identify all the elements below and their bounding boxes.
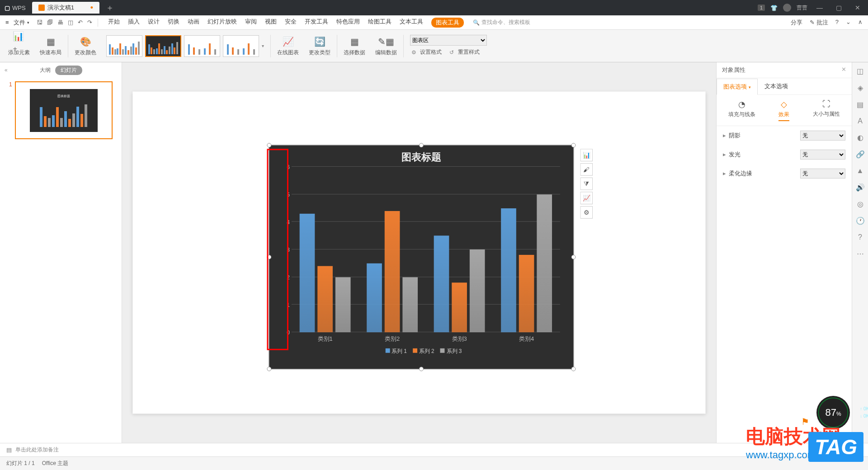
user-avatar[interactable]: [783, 4, 791, 12]
strip-audio-icon[interactable]: 🔊: [856, 183, 865, 192]
save-icon[interactable]: 🖫: [37, 19, 42, 26]
chevron-right-icon[interactable]: ▸: [723, 151, 726, 158]
file-menu[interactable]: 文件▾: [11, 19, 32, 27]
maximize-button[interactable]: ▢: [832, 4, 845, 11]
strip-link-icon[interactable]: 🔗: [856, 150, 865, 159]
close-button[interactable]: ✕: [851, 4, 864, 11]
undo-icon[interactable]: ↶: [78, 19, 83, 26]
print-preview-icon[interactable]: 🗐: [47, 19, 53, 26]
select-data-button[interactable]: ▦ 选择数据: [340, 30, 369, 62]
set-format-button[interactable]: 设置格式: [420, 48, 442, 56]
chart-style-2-selected[interactable]: [145, 35, 181, 57]
strip-layers-icon[interactable]: ◈: [858, 84, 863, 92]
slides-tab[interactable]: 幻灯片: [55, 66, 82, 75]
clothing-icon[interactable]: 👕: [770, 5, 778, 11]
notes-bar[interactable]: ▤ 单击此处添加备注: [0, 443, 868, 456]
strip-more-icon[interactable]: ⋯: [857, 249, 864, 258]
chart-bar[interactable]: [367, 263, 382, 333]
chart-stats-icon[interactable]: 📈: [580, 192, 593, 204]
chart-plot-area[interactable]: 654 3210 类别1类别2 类别3类别4: [292, 167, 560, 346]
glow-select[interactable]: 无: [800, 150, 845, 160]
tab-devtools[interactable]: 开发工具: [305, 18, 328, 28]
chart-style-1[interactable]: [106, 35, 142, 57]
chart-bar[interactable]: [452, 282, 467, 332]
tab-text-tools[interactable]: 文本工具: [400, 18, 423, 28]
print-icon[interactable]: 🖶: [57, 19, 63, 26]
chart-bar[interactable]: [335, 277, 351, 332]
add-element-button[interactable]: 📊₊ 添加元素: [5, 30, 33, 62]
tab-text-options[interactable]: 文本选项: [758, 78, 795, 94]
tab-security[interactable]: 安全: [285, 18, 297, 28]
chart-object[interactable]: 图表标题 654 3210 类别1类别2 类别3类别4: [269, 145, 573, 369]
strip-toolbox-icon[interactable]: ◫: [857, 67, 863, 75]
panel-collapse-icon[interactable]: «: [5, 67, 8, 73]
help-icon[interactable]: ?: [835, 19, 839, 27]
tab-slideshow[interactable]: 幻灯片放映: [208, 18, 237, 28]
strip-template-icon[interactable]: ▤: [857, 100, 863, 109]
online-chart-button[interactable]: 📈 在线图表: [274, 30, 302, 62]
caret-icon[interactable]: ⌄: [846, 19, 851, 27]
notification-badge[interactable]: 1: [758, 5, 765, 11]
chart-style-4[interactable]: [223, 35, 259, 57]
tab-chart-options[interactable]: 图表选项 ▾: [717, 79, 758, 95]
strip-search-icon[interactable]: ◎: [857, 200, 863, 208]
chart-style-icon[interactable]: 📊: [580, 149, 593, 161]
redo-icon[interactable]: ↷: [87, 19, 92, 26]
tab-insert[interactable]: 插入: [128, 18, 140, 28]
new-tab-button[interactable]: ＋: [106, 2, 114, 13]
strip-style-icon[interactable]: ◐: [857, 133, 863, 142]
hamburger-icon[interactable]: ≡: [5, 19, 9, 26]
outline-tab[interactable]: 大纲: [40, 66, 51, 74]
chart-x-axis[interactable]: 类别1类别2 类别3类别4: [292, 335, 560, 343]
edit-data-button[interactable]: ✎▦ 编辑数据: [372, 30, 401, 62]
chart-bar[interactable]: [470, 249, 485, 332]
chart-bar[interactable]: [300, 214, 315, 333]
strip-clock-icon[interactable]: 🕐: [856, 216, 865, 225]
tab-transition[interactable]: 切换: [168, 18, 179, 28]
chart-bar[interactable]: [434, 236, 449, 333]
change-type-button[interactable]: 🔄 更改类型: [305, 30, 334, 62]
canvas-area[interactable]: 图表标题 654 3210 类别1类别2 类别3类别4: [122, 62, 716, 443]
chart-bar[interactable]: [501, 208, 516, 332]
chart-area-select[interactable]: 图表区: [410, 35, 487, 46]
chart-title[interactable]: 图表标题: [269, 145, 573, 167]
chart-style-3[interactable]: [184, 35, 220, 57]
change-color-button[interactable]: 🎨 更改颜色: [71, 30, 100, 62]
gear-icon[interactable]: ⚙: [580, 206, 593, 219]
subtab-fill[interactable]: ◔填充与线条: [728, 99, 755, 121]
tab-drawing[interactable]: 绘图工具: [368, 18, 392, 28]
strip-font-icon[interactable]: A: [858, 117, 863, 125]
quick-layout-button[interactable]: ▦ 快速布局: [36, 30, 65, 62]
reset-style-button[interactable]: 重置样式: [458, 48, 480, 56]
tab-apps[interactable]: 特色应用: [336, 18, 360, 28]
chart-bar[interactable]: [519, 255, 534, 332]
chart-y-axis[interactable]: 654 3210: [280, 164, 290, 336]
chevron-right-icon[interactable]: ▸: [723, 132, 726, 139]
share-button[interactable]: 分享: [791, 19, 802, 27]
chart-bar[interactable]: [317, 266, 333, 333]
shadow-select[interactable]: 无: [800, 131, 845, 141]
chevron-right-icon[interactable]: ▸: [723, 170, 726, 177]
chart-legend[interactable]: 系列 1 系列 2 系列 3: [269, 346, 573, 357]
tab-animation[interactable]: 动画: [188, 18, 199, 28]
filter-icon[interactable]: ⧩: [580, 178, 593, 190]
export-icon[interactable]: ◫: [68, 19, 73, 26]
soft-edge-select[interactable]: 无: [800, 169, 845, 179]
tab-review[interactable]: 审阅: [245, 18, 257, 28]
property-panel-close-icon[interactable]: ✕: [841, 66, 846, 74]
tab-view[interactable]: 视图: [265, 18, 277, 28]
chart-bar[interactable]: [537, 194, 552, 332]
tab-design[interactable]: 设计: [148, 18, 160, 28]
gallery-more-icon[interactable]: ▾: [262, 43, 264, 48]
strip-image-icon[interactable]: ▲: [857, 167, 864, 175]
annotate-button[interactable]: ✎ 批注: [810, 19, 828, 27]
subtab-effect[interactable]: ◇效果: [778, 99, 789, 121]
minimize-button[interactable]: —: [813, 4, 826, 11]
tab-chart-tools[interactable]: 图表工具: [431, 18, 464, 28]
tab-start[interactable]: 开始: [108, 18, 120, 28]
slide-thumbnail-1[interactable]: 图表标题: [15, 81, 113, 139]
chart-bar[interactable]: [402, 277, 418, 332]
strip-help-icon[interactable]: ?: [858, 233, 862, 241]
collapse-ribbon-icon[interactable]: ∧: [858, 19, 863, 27]
command-search[interactable]: 🔍 查找命令、搜索模板: [473, 19, 530, 26]
